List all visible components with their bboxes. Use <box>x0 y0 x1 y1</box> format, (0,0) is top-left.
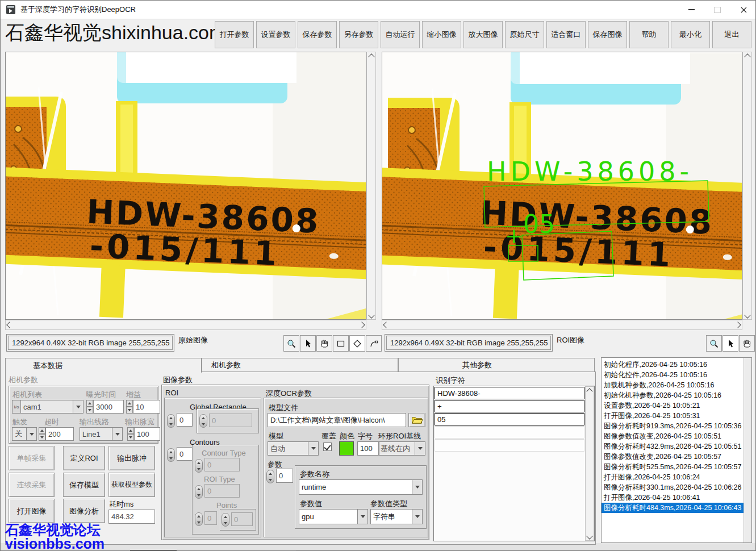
open-image-button[interactable]: 打开图像 <box>9 499 55 523</box>
h-scrollbar[interactable] <box>5 320 366 330</box>
minimize-button[interactable] <box>678 1 704 19</box>
pulse-width-field[interactable]: 100 <box>134 427 160 441</box>
spin-buttons[interactable] <box>39 427 45 441</box>
dropdown-button[interactable] <box>412 509 423 524</box>
log-entry[interactable]: 图像参数值改变,2026-04-25 10:05:57 <box>602 452 744 462</box>
model-select[interactable]: 自动 <box>268 441 319 456</box>
exposure-field[interactable]: 3000 <box>93 400 124 414</box>
magnify-tool-button[interactable] <box>706 335 722 352</box>
original-size-button[interactable]: 原始尺寸 <box>505 21 544 48</box>
spin-buttons[interactable] <box>86 400 93 414</box>
log-entry[interactable]: 打开图像,2026-04-25 10:06:41 <box>602 492 744 503</box>
cursor-tool-button[interactable] <box>300 335 316 352</box>
timeout-stepper[interactable]: 200 <box>39 427 74 441</box>
gain-stepper[interactable]: 10 <box>126 400 160 414</box>
roi-index-field[interactable]: 0 <box>177 413 193 427</box>
param-index-stepper[interactable] <box>266 470 274 483</box>
rotated-rect-roi-button[interactable] <box>349 335 365 352</box>
log-panel[interactable]: 初始化程序,2026-04-25 10:05:16 初始化控件,2026-04-… <box>601 357 752 543</box>
get-model-params-button[interactable]: 获取模型参数 <box>108 473 155 497</box>
log-entry[interactable]: 图像分析耗时525.5ms,2026-04-25 10:05:57 <box>602 462 744 472</box>
saveas-params-button[interactable]: 另存参数 <box>339 21 378 48</box>
result-row[interactable]: 05 <box>435 413 584 425</box>
pan-tool-button[interactable] <box>316 335 332 352</box>
dropdown-button[interactable] <box>308 441 319 456</box>
param-name-select[interactable]: runtime <box>299 479 423 495</box>
zoom-in-button[interactable]: 放大图像 <box>463 21 503 48</box>
index-stepper[interactable] <box>167 448 175 462</box>
index-stepper[interactable] <box>195 485 203 499</box>
auto-run-button[interactable]: 自动运行 <box>381 21 420 48</box>
save-params-button[interactable]: 保存参数 <box>298 21 337 48</box>
help-button[interactable]: 帮助 <box>629 21 669 48</box>
minimize-app-button[interactable]: 最小化 <box>671 21 710 48</box>
v-scrollbar[interactable] <box>742 52 752 320</box>
tab-basic-data[interactable]: 基本数据 <box>5 358 202 373</box>
v-scrollbar[interactable] <box>585 386 594 541</box>
zoom-out-button[interactable]: 缩小图像 <box>422 21 461 48</box>
roi-image-view[interactable]: HDW-38608- 05 + <box>382 52 742 320</box>
dropdown-button[interactable] <box>27 427 37 441</box>
log-entry[interactable]: 加载机种参数,2026-04-25 10:05:16 <box>602 380 744 390</box>
recognized-chars-list[interactable]: HDW-38608- + 05 <box>433 386 595 541</box>
log-entry[interactable]: 初始化控件,2026-04-25 10:05:16 <box>602 370 744 380</box>
magnify-tool-button[interactable] <box>283 335 299 352</box>
tab-camera-params[interactable]: 相机参数 <box>202 358 398 372</box>
log-entry[interactable]: 图像分析耗时919.3ms,2026-04-25 10:05:36 <box>602 421 744 431</box>
save-image-button[interactable]: 保存图像 <box>588 21 627 48</box>
visionbbs-link[interactable]: visionbbs.com <box>5 536 105 551</box>
result-row[interactable]: + <box>435 400 584 412</box>
spin-buttons[interactable] <box>127 427 134 441</box>
index-stepper[interactable] <box>167 414 175 428</box>
index-stepper[interactable] <box>222 513 229 527</box>
output-line-select[interactable]: Line1 <box>80 427 123 441</box>
dropdown-button[interactable] <box>112 427 123 441</box>
log-entry-selected[interactable]: 图像分析耗时484.3ms,2026-04-25 10:06:43 <box>602 503 744 513</box>
dropdown-button[interactable] <box>415 441 425 456</box>
log-entry[interactable]: 图像参数值改变,2026-04-25 10:05:51 <box>602 431 744 441</box>
log-entry[interactable]: 图像分析耗时330.1ms,2026-04-25 10:06:26 <box>602 482 744 492</box>
open-params-button[interactable]: 打开参数 <box>215 21 254 48</box>
log-entry[interactable]: 初始化程序,2026-04-25 10:05:16 <box>602 360 744 370</box>
pulse-width-stepper[interactable]: 100 <box>127 427 160 441</box>
set-params-button[interactable]: 设置参数 <box>256 21 295 48</box>
overlay-checkbox[interactable] <box>323 443 332 451</box>
exit-button[interactable]: 退出 <box>712 21 751 48</box>
single-grab-button[interactable]: 单帧采集 <box>9 446 55 470</box>
rectangle-roi-button[interactable] <box>333 335 349 352</box>
original-image-view[interactable] <box>5 52 366 320</box>
param-value-select[interactable]: gpu <box>299 509 368 524</box>
dropdown-button[interactable] <box>358 509 368 524</box>
index-stepper[interactable] <box>199 414 207 428</box>
maximize-button[interactable] <box>704 1 730 19</box>
h-scrollbar[interactable] <box>382 320 742 330</box>
timeout-field[interactable]: 200 <box>45 427 74 441</box>
output-pulse-button[interactable]: 输出脉冲 <box>108 446 155 470</box>
save-model-button[interactable]: 保存模型 <box>63 473 105 497</box>
model-path-field[interactable]: D:\工作文档\网站文章\图像\Halcon\ <box>268 413 406 427</box>
close-button[interactable] <box>730 1 756 19</box>
browse-folder-button[interactable] <box>408 413 425 427</box>
param-index-field[interactable]: 0 <box>276 469 293 483</box>
v-scrollbar[interactable] <box>366 52 376 320</box>
log-entry[interactable]: 设置参数,2026-04-25 10:05:21 <box>602 400 744 411</box>
trigger-select[interactable]: 关 <box>12 427 37 441</box>
analyze-image-button[interactable]: 图像分析 <box>63 499 105 523</box>
param-type-select[interactable]: 字符串 <box>370 509 423 524</box>
dropdown-button[interactable] <box>412 479 423 495</box>
gain-field[interactable]: 10 <box>133 400 160 414</box>
result-row[interactable]: HDW-38608- <box>435 387 584 399</box>
spin-buttons[interactable] <box>126 400 133 414</box>
contours-index-field[interactable]: 0 <box>177 447 193 461</box>
index-stepper[interactable] <box>195 512 203 526</box>
font-size-field[interactable]: 100 <box>357 441 379 456</box>
overlay-color-swatch[interactable] <box>339 441 354 456</box>
tab-other-params[interactable]: 其他参数 <box>398 358 595 372</box>
exposure-stepper[interactable]: 3000 <box>86 400 124 414</box>
log-entry[interactable]: 初始化机种参数,2026-04-25 10:05:16 <box>602 390 744 400</box>
continuous-grab-button[interactable]: 连续采集 <box>9 473 55 497</box>
ring-baseline-select[interactable]: 基线在内 <box>379 441 425 456</box>
cursor-tool-button[interactable] <box>722 335 738 352</box>
curve-roi-button[interactable] <box>366 335 382 352</box>
fit-window-button[interactable]: 适合窗口 <box>546 21 586 48</box>
